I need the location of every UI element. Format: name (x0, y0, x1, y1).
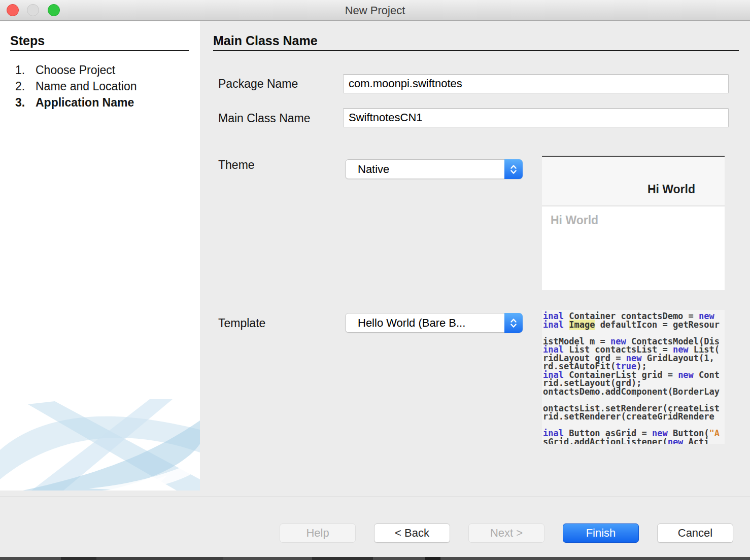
template-select-value: Hello World (Bare B... (358, 317, 465, 329)
template-select[interactable]: Hello World (Bare B... (345, 313, 523, 333)
bottom-window-edge (0, 557, 750, 560)
finish-button[interactable]: Finish (563, 523, 639, 543)
steps-list: 1. Choose Project 2. Name and Location 3… (15, 62, 137, 111)
steps-panel: Steps 1. Choose Project 2. Name and Loca… (0, 21, 200, 491)
theme-select[interactable]: Native (345, 159, 523, 179)
template-label: Template (218, 317, 265, 330)
steps-heading: Steps (10, 33, 45, 48)
theme-preview-title-text: Hi World (647, 183, 695, 196)
code-preview: inal Container contactsDemo = newinal Im… (542, 310, 725, 444)
package-name-label: Package Name (218, 77, 298, 91)
zoom-button[interactable] (48, 4, 60, 16)
main-class-name-label: Main Class Name (218, 112, 311, 125)
window-titlebar: New Project (0, 0, 750, 21)
chevron-up-down-icon (504, 159, 523, 179)
cancel-button[interactable]: Cancel (657, 523, 733, 543)
next-button[interactable]: Next > (468, 523, 544, 543)
step-item-application-name: 3. Application Name (15, 94, 137, 111)
watermark-graphic (0, 399, 200, 491)
content-heading-rule (213, 50, 739, 51)
content-heading: Main Class Name (213, 33, 318, 48)
theme-preview-body-text: Hi World (542, 206, 725, 227)
content-panel: Main Class Name Package Name Main Class … (200, 21, 750, 491)
step-label: Choose Project (36, 63, 115, 77)
step-item-choose-project: 1. Choose Project (15, 62, 137, 78)
window-title: New Project (0, 0, 750, 21)
steps-heading-rule (10, 50, 189, 51)
theme-label: Theme (218, 158, 255, 172)
step-label: Application Name (36, 96, 134, 110)
close-button[interactable] (7, 4, 19, 16)
theme-preview: Hi World Hi World (542, 156, 725, 290)
package-name-input[interactable] (343, 74, 729, 93)
step-item-name-and-location: 2. Name and Location (15, 78, 137, 94)
step-label: Name and Location (36, 80, 137, 93)
footer-divider (0, 497, 750, 497)
theme-select-value: Native (358, 163, 389, 176)
back-button[interactable]: < Back (374, 523, 450, 543)
help-button[interactable]: Help (280, 523, 356, 543)
minimize-button[interactable] (27, 4, 39, 16)
chevron-up-down-icon (504, 313, 523, 333)
theme-preview-titlebar: Hi World (542, 157, 725, 206)
main-class-name-input[interactable] (343, 108, 729, 127)
